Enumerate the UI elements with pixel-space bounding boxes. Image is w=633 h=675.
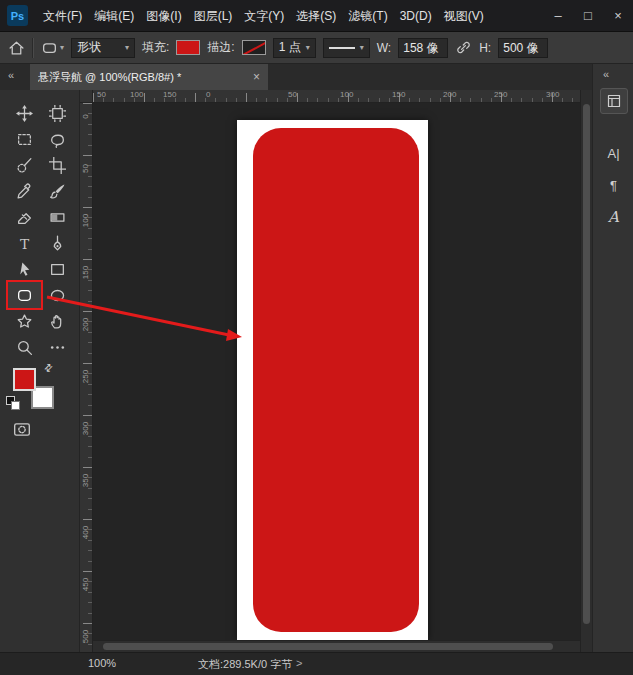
status-chevron-icon[interactable]: > <box>296 657 302 669</box>
stroke-style-sample-icon <box>329 47 355 49</box>
dock-collapse-icon[interactable]: « <box>603 68 609 80</box>
zoom-level-field[interactable]: 100% <box>88 657 116 669</box>
artboard[interactable] <box>237 120 428 640</box>
tool-gradient[interactable] <box>41 204 74 230</box>
red-rounded-rectangle-shape[interactable] <box>253 128 419 632</box>
home-icon[interactable] <box>8 39 25 56</box>
ruler-left-label: 50 <box>81 161 90 177</box>
tool-artboard[interactable] <box>41 100 74 126</box>
tool-hand[interactable] <box>41 308 74 334</box>
tool-eyedropper[interactable] <box>8 178 41 204</box>
paragraph-panel-button[interactable]: ¶ <box>600 172 628 198</box>
ruler-top-label: 50 <box>288 90 297 99</box>
menu-item-7[interactable]: 3D(D) <box>394 0 438 32</box>
custom-shape-icon <box>16 313 33 330</box>
tool-marquee[interactable] <box>8 126 41 152</box>
marquee-icon <box>16 131 33 148</box>
stroke-style-select[interactable]: ▾ <box>323 38 370 58</box>
stroke-width-value: 1 点 <box>279 39 301 56</box>
ruler-left-label: 200 <box>81 317 90 333</box>
tool-pen[interactable] <box>41 230 74 256</box>
tool-rounded-rectangle[interactable] <box>8 282 41 308</box>
ruler-top-label: 0 <box>206 90 210 99</box>
character-panel-button[interactable]: A| <box>600 140 628 166</box>
swap-colors-icon[interactable]: ⇄ <box>41 361 55 375</box>
ruler-top-label: 200 <box>443 90 456 99</box>
height-field[interactable]: 500 像 <box>498 38 548 58</box>
rectangle-icon <box>49 261 66 278</box>
hand-icon <box>49 313 66 330</box>
fill-swatch[interactable] <box>176 40 200 55</box>
tool-zoom[interactable] <box>8 334 41 360</box>
caret-down-icon: ▾ <box>306 43 310 52</box>
stroke-label: 描边: <box>207 39 234 56</box>
gradient-icon <box>49 209 66 226</box>
pen-icon <box>49 235 66 252</box>
tool-type[interactable]: T <box>8 230 41 256</box>
close-button[interactable]: × <box>603 1 633 31</box>
menu-item-0[interactable]: 文件(F) <box>37 0 88 32</box>
type-icon: T <box>16 235 33 252</box>
link-dimensions-icon[interactable] <box>455 39 472 56</box>
artboard-icon <box>49 105 66 122</box>
svg-text:T: T <box>20 235 30 251</box>
vertical-scrollbar[interactable] <box>580 90 592 652</box>
rounded-rectangle-icon <box>41 39 58 56</box>
tool-custom-shape[interactable] <box>8 308 41 334</box>
tools-collapse-icon[interactable]: « <box>8 69 14 81</box>
restore-button[interactable]: □ <box>573 1 603 31</box>
caret-down-icon: ▾ <box>60 43 64 52</box>
status-bar: 100% 文档:289.5K/0 字节 > <box>0 652 633 675</box>
tool-lasso[interactable] <box>41 126 74 152</box>
menu-item-4[interactable]: 文字(Y) <box>238 0 290 32</box>
tool-crop[interactable] <box>41 152 74 178</box>
ruler-left-label: 450 <box>81 577 90 593</box>
document-tab-title: 悬浮导航 @ 100%(RGB/8#) * <box>38 70 247 85</box>
horizontal-scrollbar[interactable] <box>93 640 580 652</box>
tool-rectangle[interactable] <box>41 256 74 282</box>
quick-mask-button[interactable] <box>12 420 32 438</box>
tool-path-selection[interactable] <box>8 256 41 282</box>
tool-brush[interactable] <box>41 178 74 204</box>
menu-item-5[interactable]: 选择(S) <box>290 0 342 32</box>
tool-mode-select[interactable]: 形状 ▾ <box>71 38 135 58</box>
tool-preset-button[interactable]: ▾ <box>41 39 64 56</box>
options-divider <box>32 38 34 58</box>
zoom-icon <box>16 339 33 356</box>
tools-panel: T ⇄ <box>0 90 80 652</box>
tool-grid: T <box>0 90 79 360</box>
default-colors-icon[interactable] <box>6 396 20 410</box>
canvas-area: 50100150050100150200250300 0501001502002… <box>80 90 592 652</box>
more-icon <box>49 339 66 356</box>
lasso-icon <box>49 131 66 148</box>
tool-quick-selection[interactable] <box>8 152 41 178</box>
menu-item-1[interactable]: 编辑(E) <box>88 0 140 32</box>
tab-close-icon[interactable]: × <box>253 70 260 84</box>
menu-item-6[interactable]: 滤镜(T) <box>342 0 393 32</box>
menu-item-8[interactable]: 视图(V) <box>438 0 490 32</box>
document-tab[interactable]: 悬浮导航 @ 100%(RGB/8#) * × <box>30 64 268 90</box>
foreground-color-swatch[interactable] <box>13 368 36 391</box>
horizontal-scrollbar-thumb[interactable] <box>103 643 553 650</box>
properties-panel-button[interactable] <box>600 88 628 114</box>
options-bar: ▾ 形状 ▾ 填充: 描边: 1 点 ▾ ▾ W: 158 像 H: 500 像 <box>0 32 633 64</box>
vertical-scrollbar-thumb[interactable] <box>583 104 590 624</box>
paragraph-panel-icon: ¶ <box>610 178 617 193</box>
stroke-swatch[interactable] <box>242 40 266 55</box>
glyphs-panel-button[interactable]: A <box>600 204 628 230</box>
tool-mode-value: 形状 <box>77 39 101 56</box>
crop-icon <box>49 157 66 174</box>
tool-eraser[interactable] <box>8 204 41 230</box>
menu-item-3[interactable]: 图层(L) <box>188 0 239 32</box>
ellipse-icon <box>49 287 66 304</box>
stroke-width-select[interactable]: 1 点 ▾ <box>273 38 316 58</box>
width-field[interactable]: 158 像 <box>398 38 448 58</box>
menu-item-2[interactable]: 图像(I) <box>140 0 187 32</box>
eyedropper-icon <box>16 183 33 200</box>
canvas-viewport[interactable] <box>93 103 580 652</box>
tool-more[interactable] <box>41 334 74 360</box>
tool-move[interactable] <box>8 100 41 126</box>
ruler-left-label: 300 <box>81 421 90 437</box>
tool-ellipse[interactable] <box>41 282 74 308</box>
minimize-button[interactable]: – <box>543 1 573 31</box>
